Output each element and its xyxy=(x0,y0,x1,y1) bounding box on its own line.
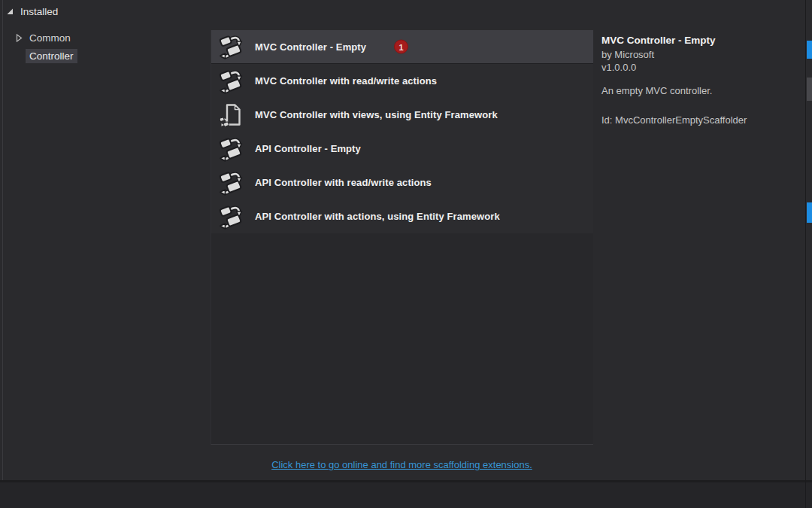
list-item-label: MVC Controller - Empty xyxy=(255,41,366,53)
controller-icon xyxy=(218,135,245,163)
window-left-border xyxy=(2,0,3,482)
tree-item-label: Common xyxy=(29,32,71,44)
details-id: Id: MvcControllerEmptyScaffolder xyxy=(601,114,798,126)
tree-item-controller[interactable]: Controller xyxy=(26,49,77,63)
details-version: v1.0.0.0 xyxy=(601,61,798,74)
chevron-collapsed-icon xyxy=(15,34,23,42)
right-edge-divider xyxy=(805,0,806,508)
scaffold-template-list: MVC Controller - Empty 1 MVC Controller … xyxy=(211,30,593,445)
right-edge-scrollbar-thumb[interactable] xyxy=(807,78,812,101)
list-item-label: API Controller with read/write actions xyxy=(255,177,432,188)
list-item-api-controller-actions-ef[interactable]: API Controller with actions, using Entit… xyxy=(211,199,593,233)
tree-item-common[interactable]: Common xyxy=(15,32,71,44)
bottom-bar xyxy=(0,480,812,508)
list-item-api-controller-empty[interactable]: API Controller - Empty xyxy=(211,132,593,166)
details-pane: MVC Controller - Empty by Microsoft v1.0… xyxy=(601,35,798,126)
add-scaffold-dialog: Installed Common Controller MVC Controll… xyxy=(0,0,812,508)
controller-views-icon xyxy=(218,102,245,129)
details-author: by Microsoft xyxy=(601,48,798,61)
find-more-scaffolding-link[interactable]: Click here to go online and find more sc… xyxy=(271,459,532,470)
list-item-label: API Controller with actions, using Entit… xyxy=(255,211,500,222)
right-edge-scrollbar-marker-top[interactable] xyxy=(807,41,812,59)
list-item-mvc-controller-readwrite[interactable]: MVC Controller with read/write actions xyxy=(211,64,593,98)
list-item-api-controller-readwrite[interactable]: API Controller with read/write actions xyxy=(211,166,593,199)
list-item-mvc-controller-views-ef[interactable]: MVC Controller with views, using Entity … xyxy=(211,98,593,132)
details-title: MVC Controller - Empty xyxy=(601,35,798,46)
list-item-label: MVC Controller with read/write actions xyxy=(255,75,437,87)
right-edge-scrollbar-marker-mid[interactable] xyxy=(807,202,812,223)
tree-item-label: Installed xyxy=(20,6,58,17)
find-more-link-container: Click here to go online and find more sc… xyxy=(211,458,593,471)
details-description: An empty MVC controller. xyxy=(601,85,798,96)
list-item-label: MVC Controller with views, using Entity … xyxy=(255,109,498,120)
controller-icon xyxy=(218,203,245,230)
tree-item-installed[interactable]: Installed xyxy=(6,6,58,17)
chevron-expanded-icon xyxy=(6,8,14,16)
list-item-mvc-controller-empty[interactable]: MVC Controller - Empty 1 xyxy=(211,30,593,64)
tree-item-label-selected: Controller xyxy=(26,49,77,63)
controller-icon xyxy=(218,33,245,60)
step-badge: 1 xyxy=(394,40,408,54)
controller-icon xyxy=(218,68,245,95)
controller-icon xyxy=(218,169,245,196)
list-item-label: API Controller - Empty xyxy=(255,143,361,154)
